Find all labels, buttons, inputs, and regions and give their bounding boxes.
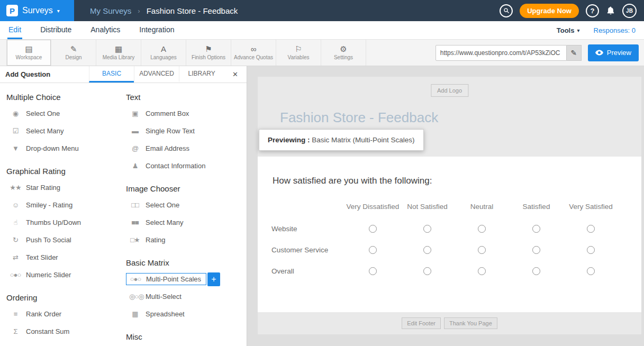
radio-button[interactable] — [587, 246, 595, 254]
panel-tab-basic[interactable]: BASIC — [89, 66, 134, 83]
question-type-comment-box[interactable]: ▣Comment Box — [126, 105, 246, 122]
preview-button[interactable]: Preview — [588, 44, 639, 61]
matrix-row-label: Website — [271, 218, 346, 239]
question-type-constant-sum[interactable]: ΣConstant Sum — [6, 323, 126, 340]
question-type-select-one[interactable]: ◉Select One — [6, 105, 126, 122]
survey-url-input[interactable] — [436, 45, 567, 61]
radio-button[interactable] — [478, 225, 486, 233]
responses-count[interactable]: Responses: 0 — [594, 26, 636, 34]
toolbar-item-advance-quotas[interactable]: ∞Advance Quotas — [231, 40, 276, 66]
toolbar-item-design[interactable]: ✎Design — [51, 40, 96, 66]
search-icon[interactable] — [500, 4, 513, 17]
question-type-rank-order[interactable]: ≡Rank Order — [6, 305, 126, 323]
panel-col-2: Text▣Comment Box▬Single Row Text@Email A… — [126, 83, 246, 346]
notifications-bell-icon[interactable] — [606, 6, 615, 15]
question-card: How satisfied are you with the following… — [258, 157, 641, 312]
edit-footer-button[interactable]: Edit Footer — [402, 317, 441, 329]
matrix-row-label: Customer Service — [271, 239, 346, 260]
media-library-icon: ▦ — [115, 45, 122, 53]
radio-button[interactable] — [369, 267, 377, 275]
add-question-plus-button[interactable]: + — [207, 272, 220, 286]
question-type-item[interactable]: ⠿ — [6, 340, 126, 346]
tab-distribute[interactable]: Distribute — [39, 21, 72, 39]
radio-button[interactable] — [423, 246, 431, 254]
toolbar-item-workspace[interactable]: ▤Workspace — [6, 40, 51, 66]
question-type-spreadsheet[interactable]: ▦Spreadsheet — [126, 305, 246, 323]
radio-button[interactable] — [478, 267, 486, 275]
tab-edit[interactable]: Edit — [7, 21, 22, 39]
question-type-rating[interactable]: □★Rating — [126, 231, 246, 249]
question-type-text-slider[interactable]: ⇄Text Slider — [6, 249, 126, 266]
toolbar-item-finish-options[interactable]: ⚑Finish Options — [186, 40, 231, 66]
survey-title[interactable]: Fashion Store - Feedback — [280, 110, 438, 126]
question-type-push-to-social[interactable]: ↻Push To Social — [6, 231, 126, 249]
close-icon[interactable]: ✕ — [224, 66, 247, 83]
section-title-misc: Misc — [126, 332, 246, 341]
edit-url-pencil-icon[interactable]: ✎ — [567, 45, 582, 61]
tab-analytics[interactable]: Analytics — [89, 21, 121, 39]
user-avatar[interactable]: JB — [622, 4, 637, 18]
question-type-label: Single Row Text — [146, 127, 195, 135]
question-type-drop-down-menu[interactable]: ▼Drop-down Menu — [6, 140, 126, 157]
upgrade-now-button[interactable]: Upgrade Now — [520, 4, 579, 18]
surveys-product-menu[interactable]: P Surveys ▾ — [0, 0, 74, 21]
radio-button[interactable] — [369, 225, 377, 233]
panel-col-1: Multiple Choice◉Select One☑Select Many▼D… — [6, 83, 126, 346]
image-select-many-icon: ■■ — [129, 218, 141, 226]
nav-tabs: EditDistributeAnalyticsIntegration — [7, 21, 192, 39]
matrix-column-header-satisfied: Satisfied — [509, 195, 564, 218]
matrix-column-header-not-satisfied: Not Satisfied — [400, 195, 455, 218]
toolbar-item-media-library[interactable]: ▦Media Library — [96, 40, 141, 66]
help-icon[interactable]: ? — [586, 4, 599, 17]
panel-tab-library[interactable]: LIBRARY — [179, 66, 224, 83]
breadcrumb: My Surveys › Fashion Store - Feedback — [90, 6, 238, 15]
matrix-table: Very DissatisfiedNot SatisfiedNeutralSat… — [271, 195, 618, 281]
question-type-star-rating[interactable]: ★★Star Rating — [6, 179, 126, 196]
breadcrumb-my-surveys[interactable]: My Surveys — [90, 6, 131, 15]
radio-button[interactable] — [532, 246, 540, 254]
thank-you-page-button[interactable]: Thank You Page — [444, 317, 497, 329]
question-type-multi-select[interactable]: ◎○◎Multi-Select — [126, 288, 246, 305]
section-title-basic-matrix: Basic Matrix — [126, 258, 246, 267]
panel-tab-advanced[interactable]: ADVANCED — [134, 66, 179, 83]
question-type-label: Star Rating — [26, 184, 60, 192]
toolbar-item-label: Media Library — [103, 54, 135, 60]
radio-button[interactable] — [532, 267, 540, 275]
radio-button[interactable] — [369, 246, 377, 254]
question-type-multi-point-scales[interactable]: ○●○Multi-Point Scales+ — [126, 270, 246, 288]
question-type-label: Select Many — [26, 127, 64, 135]
radio-button[interactable] — [587, 267, 595, 275]
radio-button[interactable] — [532, 225, 540, 233]
matrix-row-website: Website — [271, 218, 618, 239]
radio-button[interactable] — [423, 267, 431, 275]
survey-footer-buttons: Edit FooterThank You Page — [258, 317, 641, 329]
radio-button[interactable] — [587, 225, 595, 233]
question-type-label: Select Many — [146, 218, 184, 226]
question-type-thumbs-up-down[interactable]: ☝Thumbs Up/Down — [6, 214, 126, 231]
tools-label: Tools — [557, 26, 575, 34]
question-type-label: Rating — [146, 236, 166, 244]
tools-menu[interactable]: Tools▾ — [557, 26, 580, 34]
panel-header: Add Question BASICADVANCEDLIBRARY ✕ — [0, 66, 247, 83]
question-type-email-address[interactable]: @Email Address — [126, 140, 246, 157]
toolbar-items: ▤Workspace✎Design▦Media LibraryALanguage… — [6, 40, 366, 66]
toolbar-item-languages[interactable]: ALanguages — [141, 40, 186, 66]
question-type-numeric-slider[interactable]: ○●○Numeric Slider — [6, 266, 126, 284]
radio-button[interactable] — [423, 225, 431, 233]
toolbar-item-settings[interactable]: ⚙Settings — [321, 40, 366, 66]
panel-body: Multiple Choice◉Select One☑Select Many▼D… — [0, 83, 247, 346]
question-type-select-many[interactable]: ☑Select Many — [6, 122, 126, 140]
question-type-single-row-text[interactable]: ▬Single Row Text — [126, 122, 246, 140]
radio-button[interactable] — [478, 246, 486, 254]
tab-integration[interactable]: Integration — [138, 21, 175, 39]
topbar: P Surveys ▾ My Surveys › Fashion Store -… — [0, 0, 644, 21]
question-type-smiley-rating[interactable]: ☺Smiley - Rating — [6, 196, 126, 214]
add-logo-button[interactable]: Add Logo — [431, 84, 468, 97]
star-rating-icon: ★★ — [10, 184, 21, 192]
question-type-contact-information[interactable]: ♟Contact Information — [126, 157, 246, 175]
question-type-select-one[interactable]: □□Select One — [126, 196, 246, 214]
question-type-select-many[interactable]: ■■Select Many — [126, 214, 246, 231]
toolbar-item-variables[interactable]: ⚐Variables — [276, 40, 321, 66]
email-address-icon: @ — [129, 144, 141, 152]
advance-quotas-icon: ∞ — [251, 45, 257, 53]
